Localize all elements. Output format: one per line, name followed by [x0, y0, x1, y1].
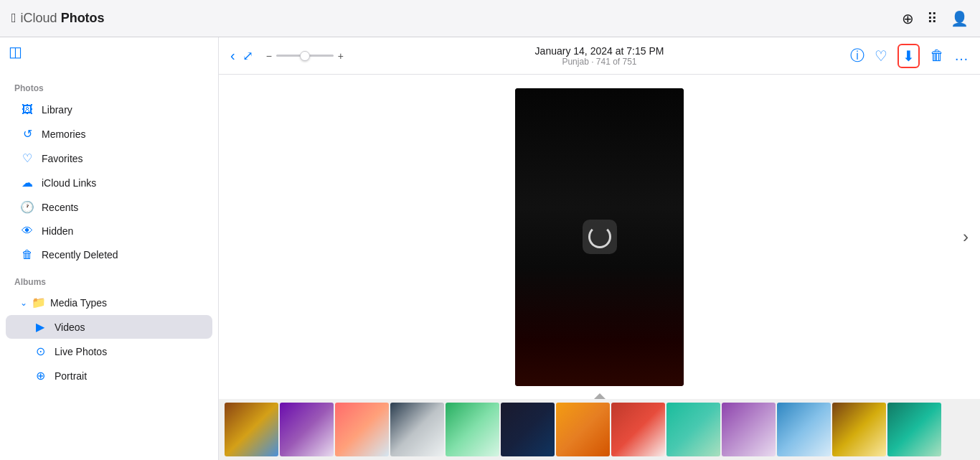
zoom-slider: − +	[266, 50, 344, 62]
photo-subtitle: Punjab · 741 of 751	[535, 57, 664, 67]
thumbnail-13[interactable]	[887, 403, 941, 456]
thumbnail-9[interactable]	[666, 403, 720, 456]
zoom-thumb[interactable]	[300, 51, 310, 61]
sidebar-subitem-videos[interactable]: ▶ Videos	[6, 315, 212, 339]
thumbnail-10[interactable]	[722, 403, 776, 456]
thumbnail-strip-inner	[219, 400, 980, 459]
sidebar-item-label-favorites: Favorites	[42, 153, 83, 164]
apple-logo-icon: 	[11, 11, 17, 26]
memories-icon: ↺	[20, 127, 34, 141]
library-icon: 🖼	[20, 103, 34, 116]
download-button[interactable]: ⬇	[897, 44, 920, 68]
expand-icon[interactable]: ⤢	[242, 48, 253, 64]
albums-section-title: Albums	[14, 277, 46, 287]
app-title: iCloud Photos	[21, 11, 105, 26]
sidebar-subitem-portrait[interactable]: ⊕ Portrait	[6, 364, 212, 388]
recents-icon: 🕐	[20, 200, 34, 214]
back-button[interactable]: ‹	[230, 47, 235, 64]
loading-spinner	[583, 220, 617, 254]
header-right: ⊕ ⠿ 👤	[902, 10, 969, 27]
main-layout: ◫ Photos 🖼 Library ↺ Memories ♡ Favorite…	[0, 37, 980, 460]
thumbnail-4[interactable]	[390, 403, 444, 456]
sidebar-item-recents[interactable]: 🕐 Recents	[6, 195, 212, 219]
sidebar-item-media-types[interactable]: ⌄ 📁 Media Types	[6, 291, 212, 314]
thumbnail-1[interactable]	[225, 403, 278, 456]
sidebar-toggle-button[interactable]: ◫	[9, 43, 22, 60]
thumbnail-6[interactable]	[501, 403, 555, 456]
recently-deleted-icon: 🗑	[20, 248, 34, 261]
thumbnail-8[interactable]	[611, 403, 665, 456]
more-button[interactable]: …	[954, 47, 969, 64]
sidebar-subitem-live-photos[interactable]: ⊙ Live Photos	[6, 339, 212, 363]
portrait-icon: ⊕	[33, 369, 47, 382]
sidebar-subitem-label-videos: Videos	[55, 321, 85, 333]
sidebar-item-label-library: Library	[42, 104, 72, 116]
photos-section-title: Photos	[0, 69, 218, 98]
favorites-icon: ♡	[20, 151, 34, 165]
media-types-label: Media Types	[50, 297, 107, 309]
sidebar: ◫ Photos 🖼 Library ↺ Memories ♡ Favorite…	[0, 37, 219, 460]
thumbnail-5[interactable]	[446, 403, 499, 456]
spinner-animation	[588, 225, 611, 248]
sidebar-item-label-recently-deleted: Recently Deleted	[42, 249, 118, 260]
sidebar-item-recently-deleted[interactable]: 🗑 Recently Deleted	[6, 243, 212, 266]
sidebar-item-label-recents: Recents	[42, 202, 78, 213]
thumbnail-3[interactable]	[335, 403, 389, 456]
photo-date: January 14, 2024 at 7:15 PM	[535, 45, 664, 57]
favorite-button[interactable]: ♡	[875, 47, 887, 65]
photo-container	[515, 88, 684, 386]
info-button[interactable]: ⓘ	[850, 46, 864, 65]
photo-toolbar: ‹ ⤢ − + January 14, 2024 at 7:15 PM Punj…	[219, 37, 980, 75]
content-area: ‹ ⤢ − + January 14, 2024 at 7:15 PM Punj…	[219, 37, 980, 460]
albums-section-header: Albums	[0, 267, 218, 290]
zoom-track[interactable]	[276, 55, 334, 57]
sidebar-item-label-icloud-links: iCloud Links	[42, 177, 96, 189]
sidebar-item-icloud-links[interactable]: ☁ iCloud Links	[6, 171, 212, 194]
media-types-folder-icon: 📁	[32, 296, 46, 309]
sidebar-subitem-label-live-photos: Live Photos	[55, 346, 107, 357]
thumbnail-7[interactable]	[556, 403, 610, 456]
toolbar-right: ⓘ ♡ ⬇ 🗑 …	[850, 44, 969, 68]
sidebar-item-label-hidden: Hidden	[42, 225, 73, 237]
live-photos-icon: ⊙	[33, 344, 47, 358]
strip-indicator	[594, 393, 606, 399]
thumbnail-11[interactable]	[777, 403, 831, 456]
app-title-cloud: iCloud	[21, 11, 57, 25]
sidebar-item-library[interactable]: 🖼 Library	[6, 98, 212, 121]
icloud-links-icon: ☁	[20, 176, 34, 189]
sidebar-item-label-memories: Memories	[42, 128, 85, 140]
sidebar-subitem-label-portrait: Portrait	[55, 370, 87, 382]
sidebar-item-favorites[interactable]: ♡ Favorites	[6, 146, 212, 170]
zoom-in-button[interactable]: +	[338, 50, 344, 62]
add-icon[interactable]: ⊕	[902, 10, 914, 27]
hidden-icon: 👁	[20, 225, 34, 238]
zoom-out-button[interactable]: −	[266, 50, 272, 62]
app-title-photos: Photos	[61, 11, 105, 25]
account-icon[interactable]: 👤	[951, 10, 969, 27]
delete-button[interactable]: 🗑	[930, 47, 944, 64]
toolbar-center: January 14, 2024 at 7:15 PM Punjab · 741…	[535, 45, 664, 67]
sidebar-item-memories[interactable]: ↺ Memories	[6, 122, 212, 146]
next-photo-button[interactable]: ›	[963, 227, 969, 247]
thumbnail-12[interactable]	[832, 403, 886, 456]
app-header:  iCloud Photos ⊕ ⠿ 👤	[0, 0, 980, 37]
thumbnail-2[interactable]	[280, 403, 334, 456]
chevron-down-icon: ⌄	[20, 298, 27, 308]
grid-icon[interactable]: ⠿	[927, 10, 938, 27]
sidebar-item-hidden[interactable]: 👁 Hidden	[6, 220, 212, 243]
thumbnail-strip[interactable]	[219, 399, 980, 460]
videos-icon: ▶	[33, 320, 47, 334]
toolbar-left: ‹ ⤢ − +	[230, 47, 344, 64]
header-left:  iCloud Photos	[11, 11, 105, 26]
photo-view: ›	[219, 75, 980, 399]
